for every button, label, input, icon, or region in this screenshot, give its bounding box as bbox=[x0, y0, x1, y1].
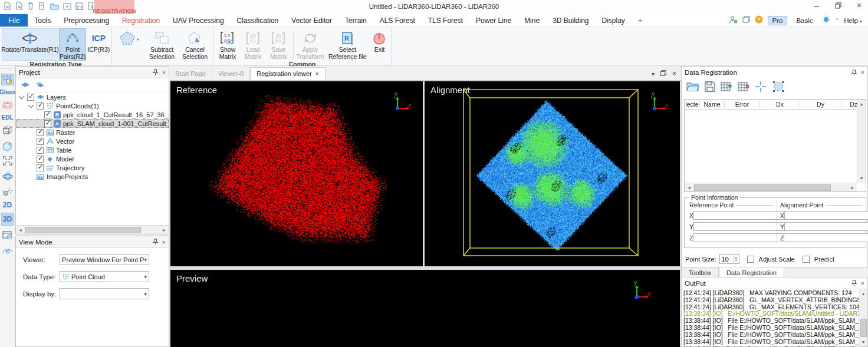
close-icon[interactable]: × bbox=[162, 69, 166, 76]
registration-points-table[interactable]: lecte Name Error Dx Dy Dz ▲▼ ◄► bbox=[684, 99, 866, 192]
checkbox[interactable] bbox=[37, 103, 44, 110]
menu-power-line[interactable]: Power Line bbox=[469, 14, 518, 27]
zoom-extent-icon[interactable] bbox=[1, 155, 14, 167]
checkbox[interactable] bbox=[37, 147, 44, 154]
checkbox[interactable] bbox=[37, 156, 44, 163]
tree-item-trajectory[interactable]: Trajectory bbox=[16, 163, 169, 172]
column-name[interactable]: Name bbox=[700, 101, 725, 108]
license-pro-button[interactable]: Pro bbox=[768, 16, 788, 25]
predict-checkbox[interactable] bbox=[803, 256, 810, 263]
restore-button[interactable] bbox=[834, 1, 842, 9]
save-file-icon[interactable] bbox=[705, 81, 715, 94]
tree-item-pointclouds[interactable]: PointClouds(1) bbox=[16, 101, 169, 110]
column-dy[interactable]: Dy bbox=[800, 101, 841, 108]
alignment-viewer[interactable]: Alignment y x bbox=[425, 81, 680, 266]
column-selected[interactable]: lecte bbox=[685, 101, 700, 108]
tree-item-table[interactable]: Table bbox=[16, 146, 169, 154]
checkbox[interactable] bbox=[44, 111, 51, 118]
table-hscrollbar[interactable]: ◄► bbox=[685, 183, 857, 191]
open-file-icon[interactable] bbox=[686, 81, 699, 93]
tab-registration-viewer[interactable]: Registration viewer× bbox=[250, 67, 325, 80]
menu-tools[interactable]: Tools bbox=[28, 14, 57, 27]
menu-display[interactable]: Display bbox=[596, 14, 632, 27]
close-button[interactable]: × bbox=[855, 1, 863, 9]
sidebar-grip[interactable]: ······ bbox=[1, 67, 14, 70]
close-icon[interactable]: × bbox=[672, 70, 676, 78]
cancel-selection-button[interactable]: Cancel Selection bbox=[179, 28, 211, 61]
menu-als-forest[interactable]: ALS Forest bbox=[373, 14, 422, 27]
menu-registration[interactable]: Registration bbox=[116, 14, 166, 27]
layer-group-icon[interactable] bbox=[35, 81, 45, 90]
open-data-icon[interactable] bbox=[50, 2, 59, 10]
exit-button[interactable]: Exit bbox=[370, 28, 389, 61]
point-size-input[interactable] bbox=[720, 256, 733, 263]
checkbox[interactable] bbox=[37, 138, 44, 145]
license-manager-icon[interactable] bbox=[742, 16, 750, 25]
preview-viewer[interactable]: Preview y x bbox=[170, 270, 680, 347]
edit-file-icon[interactable] bbox=[38, 2, 46, 10]
scene-view-icon[interactable] bbox=[1, 244, 14, 256]
apply-transform-button[interactable]: Apply Transform bbox=[295, 28, 325, 61]
adjust-scale-option[interactable]: Adjust Scale bbox=[747, 256, 795, 263]
menu-add-tab[interactable]: + bbox=[632, 14, 649, 27]
glass-mode-button[interactable]: Glass bbox=[0, 89, 15, 95]
account-icon[interactable] bbox=[729, 16, 738, 25]
tree-item-reference-cloud[interactable]: R ppk_cloud_1_CutResult_16_57_36_Subsamp… bbox=[16, 110, 169, 119]
tab-start-page[interactable]: Start Page bbox=[169, 67, 212, 80]
point-pairs-button[interactable]: Point Pairs(R2) bbox=[59, 28, 86, 61]
close-icon[interactable]: × bbox=[162, 239, 166, 246]
project-tree-hscrollbar[interactable]: ◄► bbox=[16, 225, 169, 234]
table-vscrollbar[interactable]: ▲▼ bbox=[857, 100, 866, 183]
chevron-down-icon[interactable] bbox=[19, 93, 25, 99]
data-type-select[interactable]: Point Cloud ▾ bbox=[60, 271, 149, 282]
checkbox[interactable] bbox=[37, 129, 44, 136]
pin-icon[interactable] bbox=[153, 239, 158, 245]
display-by-color-icon[interactable] bbox=[1, 74, 14, 85]
point-size-stepper[interactable]: ▲▼ bbox=[719, 254, 739, 264]
column-error[interactable]: Error bbox=[725, 101, 760, 108]
add-folder-icon[interactable] bbox=[63, 2, 71, 10]
save-icon[interactable] bbox=[75, 2, 83, 10]
add-row-icon[interactable] bbox=[721, 81, 732, 94]
predict-option[interactable]: Predict bbox=[803, 256, 834, 263]
delete-icon[interactable] bbox=[27, 2, 34, 10]
orbit-rotate-icon[interactable] bbox=[1, 170, 14, 182]
float-window-icon[interactable] bbox=[660, 70, 666, 77]
save-matrix-button[interactable]: 1 00 1 Save Matrix bbox=[266, 28, 291, 61]
circle-selection-icon[interactable] bbox=[772, 81, 785, 94]
close-tab-icon[interactable]: × bbox=[315, 71, 319, 77]
output-log[interactable]: [12:41:24] [LiDAR360] MAX VARYING COMPON… bbox=[682, 289, 859, 346]
cube-add-icon[interactable] bbox=[1, 140, 14, 151]
tree-item-imageprojects[interactable]: ImageProjects bbox=[16, 172, 169, 181]
menu-file[interactable]: File bbox=[0, 14, 28, 27]
output-vscrollbar[interactable]: ▲▼ bbox=[859, 289, 867, 346]
alignment-z-field[interactable] bbox=[784, 233, 868, 242]
about-icon[interactable]: ? bbox=[755, 15, 763, 25]
select-reference-file-button[interactable]: R Select Reference file bbox=[326, 28, 369, 61]
delete-row-icon[interactable] bbox=[738, 81, 749, 94]
new-project-icon[interactable] bbox=[4, 2, 11, 10]
feedback-icon[interactable] bbox=[822, 15, 830, 25]
menu-classification[interactable]: Classification bbox=[231, 14, 285, 27]
registration-context-tab[interactable]: REGISTRATION bbox=[94, 0, 134, 16]
menu-vector-editor[interactable]: Vector Editor bbox=[285, 14, 338, 27]
menu-terrain[interactable]: Terrain bbox=[338, 14, 373, 27]
display-by-select[interactable]: ▾ bbox=[60, 288, 149, 299]
icp-button[interactable]: ICP ICP(R3) bbox=[87, 28, 110, 61]
menu-3d-building[interactable]: 3D Building bbox=[546, 14, 595, 27]
minimize-button[interactable] bbox=[813, 1, 821, 9]
view-2d-button[interactable]: 2D bbox=[3, 201, 12, 209]
checkbox[interactable] bbox=[27, 94, 34, 101]
tab-viewer-0[interactable]: Viewer-0 bbox=[212, 67, 250, 80]
pin-icon[interactable] bbox=[851, 70, 857, 76]
spin-down-icon[interactable]: ▼ bbox=[735, 259, 738, 262]
tree-item-layers[interactable]: Layers bbox=[16, 92, 169, 101]
pick-point-icon[interactable] bbox=[755, 81, 767, 94]
subtract-selection-button[interactable]: Subtract Selection bbox=[146, 28, 178, 61]
reference-viewer[interactable]: Reference y x bbox=[170, 81, 423, 266]
alignment-x-field[interactable] bbox=[784, 211, 868, 220]
menu-preprocessing[interactable]: Preprocessing bbox=[57, 14, 116, 27]
contour-display-icon[interactable] bbox=[1, 99, 14, 111]
add-layer-icon[interactable] bbox=[21, 81, 30, 90]
menu-tls-forest[interactable]: TLS Forest bbox=[422, 14, 469, 27]
